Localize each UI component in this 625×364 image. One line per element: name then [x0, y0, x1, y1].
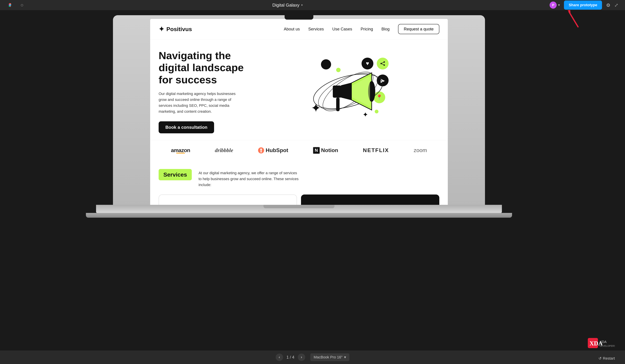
hero-cta-button[interactable]: Book a consultation [159, 121, 214, 133]
nav-cta-button[interactable]: Request a quote [398, 24, 439, 34]
svg-rect-20 [261, 150, 262, 153]
laptop-lid: ✦ Positivus About us Services Use Cases … [113, 15, 485, 205]
hubspot-icon [258, 147, 264, 154]
project-title[interactable]: Digital Galaxy ▾ [272, 2, 303, 8]
star-deco-small: ✦ [363, 111, 368, 118]
page-navigation: ‹ 1 / 4 › [276, 354, 305, 361]
site-logo: ✦ Positivus [159, 25, 192, 33]
prev-page-button[interactable]: ‹ [276, 354, 283, 361]
svg-text:DEVELOPERS: DEVELOPERS [600, 345, 615, 347]
chat-icon[interactable]: ○ [19, 2, 25, 8]
top-bar-center: Digital Galaxy ▾ [272, 2, 303, 8]
hero-title: Navigating the digital landscape for suc… [159, 50, 252, 86]
star-deco-large: ✦ [311, 101, 321, 115]
laptop-screen: ✦ Positivus About us Services Use Cases … [150, 19, 448, 205]
svg-text:XDA: XDA [600, 340, 607, 344]
svg-line-5 [569, 12, 578, 27]
restart-button[interactable]: ↺ Restart [598, 356, 615, 361]
avatar-letter: P [552, 3, 554, 7]
page-indicator: 1 / 4 [286, 355, 294, 360]
hero-illustration: ♥ ▶ 📍 [257, 53, 439, 130]
laptop-frame: ✦ Positivus About us Services Use Cases … [113, 15, 512, 218]
megaphone-illustration: ♥ ▶ 📍 [301, 54, 395, 129]
restart-label: Restart [603, 356, 615, 361]
notion-logo-icon: N [313, 147, 320, 154]
svg-point-19 [260, 148, 262, 150]
bottom-bar: ‹ 1 / 4 › MacBook Pro 16" ▾ ↺ Restart [0, 350, 625, 364]
services-header: Services At our digital marketing agency… [159, 169, 439, 188]
figma-icon[interactable] [7, 2, 14, 8]
services-badge: Services [159, 169, 192, 180]
brand-hubspot: HubSpot [258, 147, 288, 154]
brand-amazon: amazon [171, 147, 190, 153]
brand-netflix: NETFLIX [363, 147, 389, 153]
logo-icon: ✦ [159, 25, 164, 33]
nav-blog[interactable]: Blog [381, 27, 390, 31]
hero-content: Navigating the digital landscape for suc… [159, 50, 252, 133]
svg-rect-16 [336, 98, 340, 111]
top-bar-right: P ▾ Share prototype ⚙ ⤢ [550, 0, 618, 10]
services-cards [159, 195, 439, 205]
red-arrow-annotation [567, 8, 581, 29]
site-navigation: ✦ Positivus About us Services Use Cases … [150, 19, 448, 39]
canvas-area: ✦ Positivus About us Services Use Cases … [0, 10, 625, 350]
nav-about[interactable]: About us [284, 27, 300, 31]
deco-dot-green [375, 110, 378, 113]
service-card-2 [301, 195, 439, 205]
laptop-feet [86, 213, 512, 218]
device-chevron: ▾ [344, 355, 346, 360]
next-page-button[interactable]: › [298, 354, 305, 361]
brands-section: amazon dribbble HubSpot N [150, 140, 448, 161]
top-bar: ○ Digital Galaxy ▾ P ▾ Share prototype ⚙… [0, 0, 625, 10]
nav-pricing[interactable]: Pricing [361, 27, 373, 31]
avatar-chevron: ▾ [558, 3, 560, 7]
camera-notch [285, 15, 313, 20]
hero-description: Our digital marketing agency helps busin… [159, 91, 240, 114]
settings-icon[interactable]: ⚙ [605, 3, 611, 7]
svg-point-2 [9, 5, 10, 7]
share-prototype-button[interactable]: Share prototype [564, 0, 602, 10]
brand-zoom: zoom [414, 147, 427, 153]
services-description: At our digital marketing agency, we offe… [198, 169, 300, 188]
device-selector[interactable]: MacBook Pro 16" ▾ [310, 353, 349, 361]
svg-point-4 [10, 4, 11, 6]
nav-links: About us Services Use Cases Pricing Blog… [284, 24, 439, 34]
nav-use-cases[interactable]: Use Cases [332, 27, 352, 31]
hero-section: Navigating the digital landscape for suc… [150, 39, 448, 140]
xda-logo-watermark: XDA XDA DEVELOPERS [588, 338, 615, 349]
title-chevron: ▾ [301, 3, 303, 7]
service-card-1 [159, 195, 297, 205]
laptop-base-hinge [96, 205, 502, 213]
brand-notion: N Notion [313, 147, 338, 154]
restart-icon: ↺ [598, 356, 601, 361]
logo-text: Positivus [166, 26, 192, 32]
expand-icon[interactable]: ⤢ [614, 2, 618, 8]
svg-rect-15 [333, 85, 341, 98]
xda-logo-svg: XDA XDA DEVELOPERS [588, 338, 615, 348]
brand-dribbble: dribbble [215, 147, 233, 153]
user-avatar[interactable]: P [550, 1, 557, 9]
nav-services[interactable]: Services [308, 27, 324, 31]
services-section: Services At our digital marketing agency… [150, 161, 448, 205]
top-bar-left: ○ [7, 2, 25, 8]
device-label: MacBook Pro 16" [314, 355, 343, 360]
avatar-group: P ▾ [550, 1, 560, 9]
base-notch [263, 205, 335, 208]
title-text: Digital Galaxy [272, 2, 299, 8]
